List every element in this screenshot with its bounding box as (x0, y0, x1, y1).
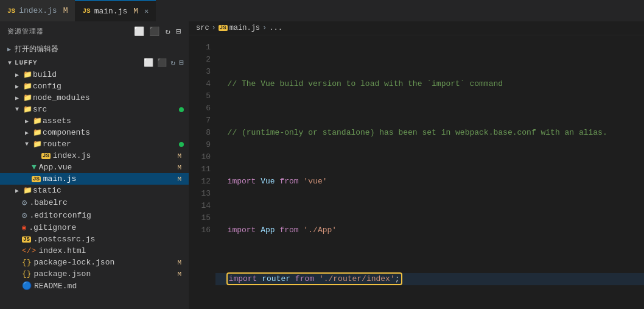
breadcrumb-sep1: › (212, 24, 216, 32)
chevron-icon: ▶ (22, 118, 32, 125)
chevron-icon: ▶ (22, 129, 32, 137)
git-icon: ◉ (22, 223, 26, 232)
modified-badge: M (177, 164, 181, 171)
sidebar-item-static[interactable]: ▶ 📁 static (0, 185, 189, 196)
modified-badge: M (177, 271, 181, 278)
breadcrumb-ellipsis: ... (269, 24, 282, 32)
item-label: .editorconfig (29, 211, 189, 220)
js-icon: JS (32, 176, 41, 182)
tab-label: main.js (94, 7, 128, 16)
js-icon: JS (219, 25, 228, 31)
editor-area: src › JS main.js › ... 1 2 3 4 5 6 7 8 9… (189, 21, 644, 309)
main-content: 资源管理器 ⬜ ⬛ ↻ ⊟ ▶ 打开的编辑器 ▼ LUFFY ⬜ ⬛ ↻ ⊟ (0, 21, 644, 309)
root-refresh-icon[interactable]: ↻ (170, 58, 175, 68)
sidebar-item-node-modules[interactable]: ▶ 📁 node_modules (0, 92, 189, 104)
html-icon: </> (22, 246, 36, 255)
modified-badge: M (177, 259, 181, 266)
item-label: index.js (53, 151, 178, 160)
sidebar-item-router-index[interactable]: ▶ JS index.js M (0, 150, 189, 162)
md-icon: 🔵 (22, 281, 32, 291)
new-file-icon[interactable]: ⬜ (134, 26, 145, 37)
item-label: build (33, 70, 189, 79)
sidebar-item-components[interactable]: ▶ 📁 components (0, 127, 189, 138)
gear-icon: ⚙ (22, 210, 27, 221)
modified-badge: M (177, 176, 181, 183)
folder-icon: 📁 (22, 186, 33, 195)
sidebar-item-router[interactable]: ▼ 📁 router (0, 138, 189, 150)
item-label: router (43, 140, 179, 149)
sidebar-item-main-js[interactable]: ▶ JS main.js M (0, 173, 189, 185)
root-label: LUFFY (15, 59, 144, 66)
open-editors-label: 打开的编辑器 (15, 45, 58, 54)
sidebar-header-icons: ⬜ ⬛ ↻ ⊟ (134, 26, 181, 37)
sidebar-item-package-lock[interactable]: ▶ {} package-lock.json M (0, 257, 189, 268)
tab-index-js[interactable]: JS index.js M (0, 0, 75, 21)
tab-close-button[interactable]: ✕ (144, 7, 149, 16)
sidebar-item-postcssrc[interactable]: ▶ JS .postcssrc.js (0, 233, 189, 245)
code-line-4: import App from './App' (215, 224, 644, 236)
item-label: .postcssrc.js (33, 235, 189, 244)
sidebar-item-readme[interactable]: ▶ 🔵 README.md (0, 280, 189, 292)
folder-icon: 📁 (32, 140, 43, 149)
tab-main-js[interactable]: JS main.js M ✕ (75, 0, 156, 21)
folder-icon: 📁 (32, 116, 43, 126)
sidebar: 资源管理器 ⬜ ⬛ ↻ ⊟ ▶ 打开的编辑器 ▼ LUFFY ⬜ ⬛ ↻ ⊟ (0, 21, 189, 309)
modified-indicator: M (133, 7, 138, 16)
js-file-icon: JS (7, 7, 15, 15)
item-label: assets (43, 116, 189, 126)
item-label: package-lock.json (34, 258, 178, 267)
breadcrumb: src › JS main.js › ... (189, 21, 644, 35)
refresh-icon[interactable]: ↻ (165, 26, 170, 37)
item-label: README.md (34, 282, 189, 291)
code-editor[interactable]: 1 2 3 4 5 6 7 8 9 10 11 12 13 14 15 16 /… (189, 35, 644, 309)
code-line-5: import router from './router/index'; (215, 273, 644, 285)
folder-icon: 📁 (22, 105, 33, 114)
add-folder-icon[interactable]: ⬛ (157, 58, 167, 68)
tab-bar: JS index.js M JS main.js M ✕ (0, 0, 644, 21)
sidebar-item-build[interactable]: ▶ 📁 build (0, 69, 189, 80)
item-label: .gitignore (29, 223, 189, 232)
json-icon: {} (22, 258, 32, 267)
file-tree: ▼ LUFFY ⬜ ⬛ ↻ ⊟ ▶ 📁 build ▶ 📁 config (0, 57, 189, 309)
tree-root-luffy[interactable]: ▼ LUFFY ⬜ ⬛ ↻ ⊟ (0, 57, 189, 69)
folder-icon: 📁 (22, 82, 33, 91)
sidebar-item-babelrc[interactable]: ▶ ⚙ .babelrc (0, 196, 189, 209)
sidebar-item-editorconfig[interactable]: ▶ ⚙ .editorconfig (0, 209, 189, 222)
sidebar-item-src[interactable]: ▼ 📁 src (0, 104, 189, 115)
json-icon: {} (22, 269, 32, 279)
chevron-icon: ▶ (12, 83, 22, 90)
sidebar-header: 资源管理器 ⬜ ⬛ ↻ ⊟ (0, 21, 189, 41)
folder-icon: 📁 (32, 128, 43, 137)
add-file-icon[interactable]: ⬜ (144, 58, 153, 68)
item-label: static (33, 186, 189, 195)
item-label: src (33, 105, 179, 114)
item-label: package.json (34, 269, 178, 279)
modified-dot (179, 107, 184, 112)
code-line-2: // (runtime-only or standalone) has been… (215, 127, 644, 139)
sidebar-item-index-html[interactable]: ▶ </> index.html (0, 245, 189, 257)
folder-icon: 📁 (22, 93, 33, 102)
js-icon: JS (41, 153, 51, 159)
code-line-1: // The Vue build version to load with th… (215, 78, 644, 90)
new-folder-icon[interactable]: ⬛ (149, 26, 160, 37)
item-label: node_modules (33, 93, 189, 102)
sidebar-item-config[interactable]: ▶ 📁 config (0, 80, 189, 92)
modified-indicator: M (63, 6, 68, 15)
breadcrumb-filename: main.js (229, 24, 260, 32)
open-editors-section[interactable]: ▶ 打开的编辑器 (0, 41, 189, 57)
code-content[interactable]: // The Vue build version to load with th… (215, 35, 644, 309)
js-icon: JS (22, 236, 31, 243)
root-collapse-icon[interactable]: ⊟ (179, 58, 184, 68)
chevron-icon: ▶ (12, 94, 22, 102)
sidebar-item-package-json[interactable]: ▶ {} package.json M (0, 268, 189, 280)
chevron-icon: ▶ (12, 187, 22, 194)
modified-dot (179, 142, 184, 147)
vue-icon: ▼ (32, 163, 37, 172)
collapse-icon[interactable]: ⊟ (176, 26, 181, 37)
sidebar-item-app-vue[interactable]: ▶ ▼ App.vue M (0, 162, 189, 173)
sidebar-item-gitignore[interactable]: ▶ ◉ .gitignore (0, 222, 189, 233)
sidebar-item-assets[interactable]: ▶ 📁 assets (0, 115, 189, 127)
modified-badge: M (177, 152, 181, 160)
chevron-icon: ▼ (22, 141, 32, 147)
sidebar-title: 资源管理器 (7, 27, 43, 36)
